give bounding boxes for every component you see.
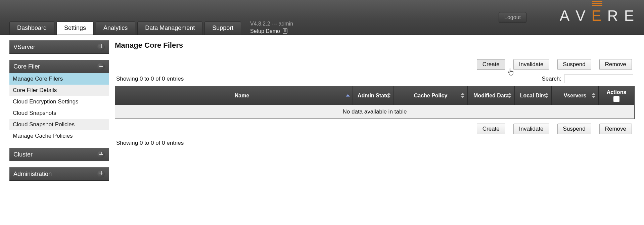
col-label: Admin State — [358, 93, 389, 98]
table-empty-message: No data available in table — [115, 105, 634, 119]
logout-button[interactable]: Logout — [499, 12, 526, 23]
search-input[interactable] — [564, 75, 633, 83]
sidebar-section-administration[interactable]: Administration — [9, 167, 109, 181]
app-header: Dashboard Settings Analytics Data Manage… — [0, 0, 644, 35]
col-vservers[interactable]: Vservers — [552, 86, 599, 105]
col-modified-data[interactable]: Modified Data — [468, 86, 515, 105]
remove-button[interactable]: Remove — [599, 59, 632, 70]
sidebar-item-cloud-snapshots[interactable]: Cloud Snapshots — [9, 107, 109, 119]
tab-settings[interactable]: Settings — [56, 21, 94, 35]
page-title: Manage Core Filers — [115, 41, 635, 50]
search-wrap: Search: — [542, 75, 633, 83]
col-actions: Actions — [599, 86, 634, 105]
collapse-icon — [97, 63, 105, 70]
sidebar-section-label: VServer — [13, 44, 35, 51]
sidebar-item-manage-core-filers[interactable]: Manage Core Filers — [9, 73, 109, 85]
sort-icon — [346, 94, 350, 97]
logo-letter-e2: E — [624, 7, 635, 24]
setup-label: Setup Demo — [250, 28, 280, 34]
expand-icon — [97, 43, 105, 51]
col-local-dirs[interactable]: Local Dirs — [515, 86, 552, 105]
sidebar-section-vserver[interactable]: VServer — [9, 40, 109, 54]
invalidate-button[interactable]: Invalidate — [513, 59, 549, 70]
sort-icon — [592, 93, 596, 98]
tab-analytics[interactable]: Analytics — [96, 21, 135, 35]
core-filers-table: Name Admin State Cache Policy Modified D… — [115, 86, 635, 119]
sidebar-section-label: Core Filer — [13, 63, 40, 70]
remove-button-bottom[interactable]: Remove — [599, 124, 632, 134]
logo-letter-e-accent: E — [592, 7, 602, 24]
tab-data-management[interactable]: Data Management — [137, 21, 202, 35]
logo-letter-r: R — [607, 7, 619, 24]
expand-icon — [97, 170, 105, 178]
bottom-toolbar: Create Invalidate Suspend Remove — [115, 119, 635, 139]
create-button-bottom[interactable]: Create — [477, 124, 505, 134]
col-cache-policy[interactable]: Cache Policy — [394, 86, 468, 105]
svg-rect-0 — [283, 28, 287, 33]
sidebar-section-label: Administration — [13, 171, 52, 178]
sidebar-item-cloud-snapshot-policies[interactable]: Cloud Snapshot Policies — [9, 119, 109, 130]
logo-letter-v: V — [576, 7, 586, 24]
sidebar-core-filer-items: Manage Core Filers Core Filer Details Cl… — [9, 73, 109, 142]
logo-letter-a: A — [560, 7, 570, 24]
create-button[interactable]: Create — [477, 59, 505, 70]
col-label: Cache Policy — [414, 93, 448, 98]
entries-info-bottom: Showing 0 to 0 of 0 entries — [116, 140, 633, 146]
settings-sidebar: VServer Core Filer Manage Core Filers Co… — [9, 40, 109, 181]
sidebar-section-cluster[interactable]: Cluster — [9, 148, 109, 161]
main-tabs: Dashboard Settings Analytics Data Manage… — [9, 21, 241, 35]
version-line: V4.8.2.2 --- admin — [250, 20, 293, 28]
version-info: V4.8.2.2 --- admin Setup Demo — [250, 20, 293, 35]
logo-accent-bars-icon — [592, 1, 602, 6]
search-label: Search: — [542, 76, 561, 82]
col-name[interactable]: Name — [131, 86, 353, 105]
sidebar-item-core-filer-details[interactable]: Core Filer Details — [9, 85, 109, 96]
suspend-button-bottom[interactable]: Suspend — [557, 124, 591, 134]
top-toolbar: Create Invalidate Suspend Remove — [115, 59, 635, 70]
sort-icon — [508, 93, 512, 98]
sort-icon — [545, 93, 549, 98]
tab-dashboard[interactable]: Dashboard — [9, 21, 54, 35]
col-blank — [115, 86, 131, 105]
setup-line[interactable]: Setup Demo — [250, 28, 293, 36]
sidebar-section-label: Cluster — [13, 151, 33, 158]
suspend-button[interactable]: Suspend — [557, 59, 591, 70]
document-icon — [283, 28, 287, 36]
col-label: Modified Data — [473, 93, 509, 98]
tab-support[interactable]: Support — [204, 21, 241, 35]
col-admin-state[interactable]: Admin State — [353, 86, 394, 105]
logo-letter-e: E — [592, 7, 602, 24]
sort-icon — [387, 93, 391, 98]
sort-icon — [461, 93, 465, 98]
brand-logo: A V E R E — [560, 7, 635, 24]
col-label: Name — [235, 93, 249, 98]
col-label: Local Dirs — [520, 93, 546, 98]
sidebar-item-manage-cache-policies[interactable]: Manage Cache Policies — [9, 130, 109, 142]
expand-icon — [97, 151, 105, 158]
sidebar-item-cloud-encryption-settings[interactable]: Cloud Encryption Settings — [9, 96, 109, 107]
select-all-checkbox[interactable] — [613, 96, 619, 102]
content-area: Manage Core Filers Create Invalidate Sus… — [115, 40, 635, 147]
col-label: Actions — [601, 89, 632, 95]
invalidate-button-bottom[interactable]: Invalidate — [513, 124, 549, 134]
sidebar-section-core-filer[interactable]: Core Filer — [9, 60, 109, 73]
entries-info-top: Showing 0 to 0 of 0 entries — [116, 76, 184, 82]
col-label: Vservers — [564, 93, 587, 98]
